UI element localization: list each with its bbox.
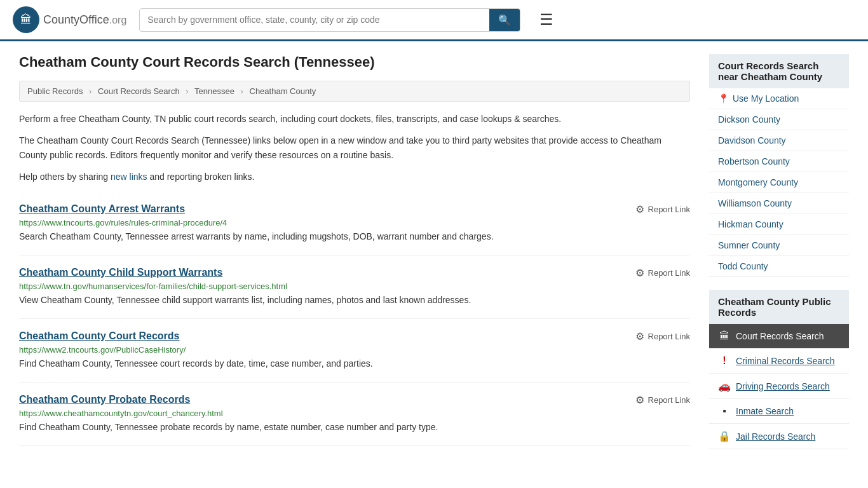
report-icon: ⚙ — [635, 203, 644, 215]
nav-item-jail-records[interactable]: 🔒 Jail Records Search — [709, 424, 849, 449]
content-area: Cheatham County Court Records Search (Te… — [19, 54, 709, 449]
breadcrumb: Public Records › Court Records Search › … — [19, 81, 690, 102]
use-my-location-link[interactable]: 📍 Use My Location — [709, 88, 849, 109]
record-item: Cheatham County Arrest Warrants ⚙ Report… — [19, 192, 690, 255]
nearby-county-6[interactable]: Sumner County — [709, 235, 849, 256]
nav-item-inmate-search[interactable]: ▪ Inmate Search — [709, 399, 849, 424]
nearby-county-7[interactable]: Todd County — [709, 256, 849, 277]
record-item: Cheatham County Court Records ⚙ Report L… — [19, 319, 690, 383]
nearby-county-1[interactable]: Davidson County — [709, 130, 849, 151]
nearby-county-4[interactable]: Williamson County — [709, 193, 849, 214]
jail-records-icon: 🔒 — [718, 430, 731, 442]
description-2: The Cheatham County Court Records Search… — [19, 133, 690, 162]
record-item: Cheatham County Child Support Warrants ⚙… — [19, 255, 690, 319]
record-desc-0: Search Cheatham County, Tennessee arrest… — [19, 230, 690, 243]
record-url-1: https://www.tn.gov/humanservices/for-fam… — [19, 281, 690, 291]
record-title-3[interactable]: Cheatham County Probate Records — [19, 394, 190, 405]
search-bar: 🔍 — [139, 8, 520, 32]
report-link-0[interactable]: ⚙ Report Link — [635, 203, 690, 215]
record-url-3: https://www.cheathamcountytn.gov/court_c… — [19, 409, 690, 418]
record-desc-2: Find Cheatham County, Tennessee court re… — [19, 357, 690, 370]
report-icon: ⚙ — [635, 267, 644, 279]
report-icon: ⚙ — [635, 394, 644, 406]
inmate-search-icon: ▪ — [718, 405, 731, 417]
site-header: 🏛 CountyOffice.org 🔍 ☰ — [0, 0, 868, 41]
new-links-link[interactable]: new links — [111, 172, 147, 182]
logo-icon: 🏛 — [13, 6, 39, 33]
logo-text: CountyOffice.org — [43, 13, 126, 27]
breadcrumb-cheatham-county[interactable]: Cheatham County — [250, 86, 316, 96]
record-desc-1: View Cheatham County, Tennessee child su… — [19, 294, 690, 307]
report-link-1[interactable]: ⚙ Report Link — [635, 267, 690, 279]
court-records-icon: 🏛 — [718, 330, 731, 342]
nav-item-criminal-records[interactable]: ! Criminal Records Search — [709, 349, 849, 374]
nearby-county-3[interactable]: Montgomery County — [709, 172, 849, 193]
report-link-2[interactable]: ⚙ Report Link — [635, 330, 690, 342]
search-button[interactable]: 🔍 — [489, 9, 520, 31]
criminal-records-icon: ! — [718, 355, 731, 367]
description-1: Perform a free Cheatham County, TN publi… — [19, 112, 690, 126]
menu-icon[interactable]: ☰ — [539, 11, 553, 29]
search-input[interactable] — [140, 10, 489, 30]
report-icon: ⚙ — [635, 330, 644, 342]
logo[interactable]: 🏛 CountyOffice.org — [13, 6, 126, 33]
report-link-3[interactable]: ⚙ Report Link — [635, 394, 690, 406]
nav-item-court-records[interactable]: 🏛 Court Records Search — [709, 324, 849, 349]
nearby-county-2[interactable]: Robertson County — [709, 151, 849, 172]
record-url-0: https://www.tncourts.gov/rules/rules-cri… — [19, 218, 690, 227]
records-list: Cheatham County Arrest Warrants ⚙ Report… — [19, 192, 690, 446]
record-title-1[interactable]: Cheatham County Child Support Warrants — [19, 267, 222, 278]
location-dot-icon: 📍 — [718, 93, 729, 104]
page-title: Cheatham County Court Records Search (Te… — [19, 54, 690, 71]
nav-item-driving-records[interactable]: 🚗 Driving Records Search — [709, 374, 849, 399]
description-3: Help others by sharing new links and rep… — [19, 170, 690, 184]
nearby-county-5[interactable]: Hickman County — [709, 214, 849, 235]
nearby-section-title: Court Records Search near Cheatham Count… — [709, 54, 849, 88]
breadcrumb-court-records-search[interactable]: Court Records Search — [98, 86, 180, 96]
record-title-2[interactable]: Cheatham County Court Records — [19, 330, 179, 342]
main-container: Cheatham County Court Records Search (Te… — [0, 41, 868, 462]
record-title-0[interactable]: Cheatham County Arrest Warrants — [19, 203, 185, 215]
public-records-section-title: Cheatham County Public Records — [709, 290, 849, 324]
driving-records-icon: 🚗 — [718, 380, 731, 392]
sidebar: Court Records Search near Cheatham Count… — [709, 54, 849, 449]
breadcrumb-tennessee[interactable]: Tennessee — [194, 86, 234, 96]
record-desc-3: Find Cheatham County, Tennessee probate … — [19, 421, 690, 434]
nearby-county-0[interactable]: Dickson County — [709, 109, 849, 130]
record-item: Cheatham County Probate Records ⚙ Report… — [19, 383, 690, 446]
record-url-2: https://www2.tncourts.gov/PublicCaseHist… — [19, 345, 690, 355]
breadcrumb-public-records[interactable]: Public Records — [27, 86, 83, 96]
